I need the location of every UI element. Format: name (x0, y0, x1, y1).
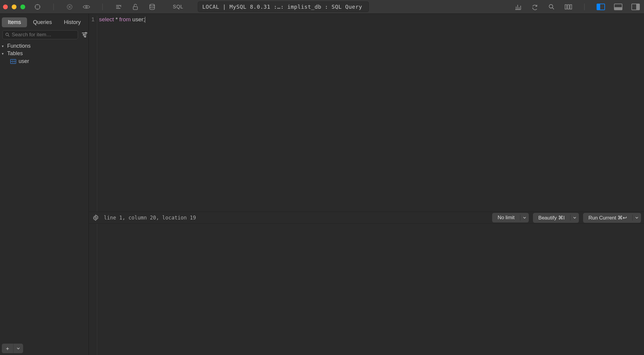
connection-icon[interactable] (34, 3, 41, 11)
svg-rect-15 (13, 60, 14, 61)
svg-point-4 (150, 4, 155, 6)
traffic-lights (3, 4, 25, 9)
chevron-down-icon: ▾ (2, 44, 5, 48)
code-text: * (114, 16, 119, 22)
svg-rect-14 (11, 60, 12, 61)
code-line[interactable]: select * from user; (97, 16, 145, 23)
svg-point-11 (83, 34, 84, 35)
tree-node-functions[interactable]: ▾ Functions (2, 42, 87, 50)
limit-button: No limit (492, 213, 529, 222)
chevron-down-icon (573, 216, 576, 219)
tree-label-tables: Tables (7, 50, 23, 57)
code-editor[interactable]: 1 select * from user; (89, 14, 644, 355)
panels-icon[interactable] (564, 3, 572, 11)
limit-label[interactable]: No limit (492, 213, 520, 222)
keyword: from (119, 16, 131, 22)
svg-rect-19 (14, 62, 16, 63)
tree-node-tables[interactable]: ▾ Tables (2, 50, 87, 57)
run-button: Run Current ⌘↩ (583, 213, 641, 223)
editor-status-bar: line 1, column 20, location 19 No limit … (89, 212, 644, 224)
svg-rect-16 (14, 60, 16, 61)
sidebar-footer: ＋ (0, 342, 89, 355)
svg-rect-7 (567, 4, 569, 9)
chevron-down-icon (523, 216, 526, 219)
editor-area: 1 select * from user; line 1, column 20,… (89, 14, 644, 355)
svg-rect-6 (565, 4, 567, 9)
svg-point-9 (6, 33, 8, 36)
sidebar-search-row (0, 29, 89, 42)
limit-dropdown[interactable] (520, 215, 529, 221)
tab-queries[interactable]: Queries (27, 17, 58, 27)
chevron-down-icon (635, 216, 639, 219)
run-dropdown[interactable] (632, 215, 641, 221)
svg-rect-18 (13, 62, 14, 63)
sidebar-tabs: Items Queries History (0, 14, 89, 29)
svg-rect-3 (133, 7, 137, 10)
database-icon[interactable] (148, 3, 156, 11)
tab-history[interactable]: History (58, 17, 87, 27)
add-button[interactable]: ＋ (2, 344, 13, 353)
code-content[interactable]: select * from user; (97, 16, 145, 355)
cancel-icon[interactable] (66, 3, 74, 11)
minimize-window-button[interactable] (12, 4, 17, 9)
gear-icon[interactable] (92, 214, 100, 222)
zoom-window-button[interactable] (20, 4, 25, 9)
bottom-panel-toggle[interactable] (614, 4, 622, 10)
gutter: 1 (89, 16, 97, 355)
sql-mode-label[interactable]: SQL (173, 4, 183, 10)
breadcrumb[interactable]: LOCAL | MySQL 8.0.31 :…: implist_db : SQ… (198, 1, 369, 12)
table-icon (10, 59, 16, 64)
main: Items Queries History ▾ Functions (0, 14, 644, 355)
beautify-label[interactable]: Beautify ⌘I (533, 213, 570, 223)
right-panel-toggle[interactable] (631, 4, 640, 10)
keyword: select (99, 16, 114, 22)
svg-rect-8 (570, 4, 572, 9)
search-input[interactable] (12, 32, 75, 38)
tree-item-table[interactable]: user (2, 57, 87, 65)
filter-icon[interactable] (81, 31, 88, 39)
svg-point-5 (549, 4, 553, 8)
toolbar-right (514, 3, 641, 11)
refresh-icon[interactable] (531, 3, 539, 11)
svg-point-10 (85, 32, 86, 34)
close-window-button[interactable] (3, 4, 8, 9)
toolbar-divider (102, 4, 103, 10)
tree-item-label: user (19, 58, 29, 64)
cursor-position: line 1, column 20, location 19 (104, 215, 196, 221)
add-dropdown-button[interactable] (14, 344, 23, 353)
toolbar-left: SQL LOCAL | MySQL 8.0.31 :…: implist_db … (34, 1, 369, 12)
run-label[interactable]: Run Current ⌘↩ (583, 213, 632, 223)
sidebar: Items Queries History ▾ Functions (0, 14, 89, 355)
titlebar: SQL LOCAL | MySQL 8.0.31 :…: implist_db … (0, 0, 644, 14)
chevron-down-icon (17, 347, 20, 350)
add-button-group: ＋ (2, 344, 23, 353)
chevron-down-icon: ▾ (2, 52, 5, 56)
toolbar-divider (584, 4, 585, 10)
sidebar-tree: ▾ Functions ▾ Tables user (0, 42, 89, 66)
search-icon (5, 32, 10, 37)
sort-icon[interactable] (115, 3, 122, 11)
tree-label-functions: Functions (7, 43, 31, 49)
toolbar-divider (53, 4, 54, 10)
left-panel-toggle[interactable] (597, 4, 605, 10)
code-text: user; (131, 16, 145, 22)
lock-icon[interactable] (131, 3, 139, 11)
sidebar-search[interactable] (2, 30, 78, 39)
tab-items[interactable]: Items (2, 17, 27, 27)
line-number: 1 (89, 16, 95, 23)
chart-icon[interactable] (514, 3, 522, 11)
svg-point-2 (86, 6, 87, 8)
svg-point-12 (85, 36, 86, 37)
svg-rect-17 (11, 62, 12, 63)
beautify-dropdown[interactable] (570, 215, 579, 221)
svg-point-20 (95, 217, 97, 219)
preview-icon[interactable] (83, 3, 90, 11)
beautify-button: Beautify ⌘I (533, 213, 579, 223)
search-icon[interactable] (548, 3, 555, 11)
text-cursor (145, 17, 145, 23)
